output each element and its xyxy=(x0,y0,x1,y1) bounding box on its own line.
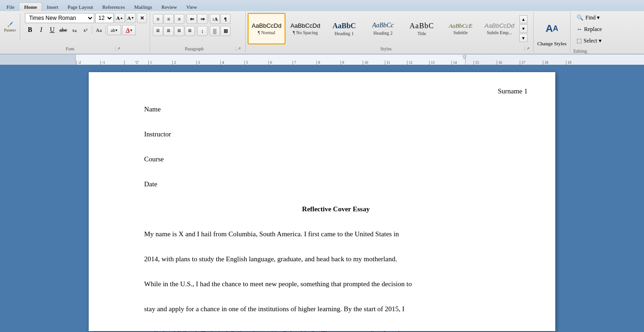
decrease-indent-button[interactable]: ⇐ xyxy=(187,14,197,24)
ruler: │-2 │-1 │ ▽ │1 │2 │3 │4 │5 │6 │7 │8 │9 │… xyxy=(0,55,644,65)
style-heading1-button[interactable]: AaBbC Heading 1 xyxy=(325,13,363,44)
select-button[interactable]: ⬚ Select ▾ xyxy=(573,36,605,46)
font-row2: B I U abc x₂ x² Aa ab ▾ A ▾ xyxy=(25,25,147,35)
replace-button[interactable]: ↔ Replace xyxy=(573,25,605,34)
font-size-select[interactable]: 12 xyxy=(95,13,114,23)
tab-file[interactable]: File xyxy=(2,3,19,11)
doc-para-blank-2 xyxy=(144,265,528,278)
borders-button[interactable]: ⊞ xyxy=(220,26,231,36)
align-right-button[interactable]: ≡ xyxy=(174,26,184,36)
numbering-button[interactable]: ≡ xyxy=(164,14,174,24)
para-row1: ≡ ≡ ≡ ⇐ ⇒ xyxy=(153,14,231,24)
styles-scroll-up-button[interactable]: ▲ xyxy=(519,15,528,24)
doc-line-blank2 xyxy=(144,141,528,153)
select-label: Select ▾ xyxy=(583,37,601,44)
tab-references[interactable]: References xyxy=(98,3,130,11)
editing-group-label: Editing xyxy=(573,48,605,54)
change-styles-button[interactable]: Change Styles xyxy=(537,41,566,46)
style-no-spacing-label: ¶ No Spacing xyxy=(293,30,318,35)
format-painter-button[interactable]: 🖌️ Painter xyxy=(0,13,20,41)
paragraph-group-dialog-btn[interactable]: ↗ xyxy=(236,46,243,51)
styles-expand-button[interactable]: ▾ xyxy=(519,34,528,42)
underlined-word: applied xyxy=(144,330,164,332)
ruler-left-margin xyxy=(0,55,75,65)
shading-button[interactable]: ▒ xyxy=(210,26,220,36)
document-page[interactable]: Surname 1 Name Instructor Course Date Re… xyxy=(89,72,555,331)
change-styles-aa-button[interactable]: AA xyxy=(542,18,562,39)
change-case-button[interactable]: Aa xyxy=(94,25,104,35)
style-title-preview: AaBbC xyxy=(410,21,434,30)
font-color-button[interactable]: A ▾ xyxy=(122,25,136,35)
doc-line-instructor: Instructor xyxy=(144,128,528,141)
line-spacing-button[interactable]: ↕ xyxy=(197,26,207,36)
shading-icon: ▒ xyxy=(213,28,217,34)
tab-page-layout[interactable]: Page Layout xyxy=(63,3,97,11)
bold-button[interactable]: B xyxy=(25,25,35,35)
font-color-icon: A xyxy=(126,27,130,34)
doc-para-blank-1 xyxy=(144,240,528,253)
ruler-scale: │-2 │-1 │ ▽ │1 │2 │3 │4 │5 │6 │7 │8 │9 │… xyxy=(75,55,644,65)
sort-button[interactable]: ↕A xyxy=(210,14,220,24)
style-heading2-preview: AaBbCc xyxy=(372,22,394,30)
increase-indent-icon: ⇒ xyxy=(200,16,205,22)
align-left-icon: ≡ xyxy=(156,27,160,35)
style-heading2-button[interactable]: AaBbCc Heading 2 xyxy=(364,13,402,44)
style-subtitle-preview: AaBbCcE xyxy=(449,22,472,30)
tab-view[interactable]: View xyxy=(182,3,201,11)
font-group-dialog-btn[interactable]: ↗ xyxy=(115,46,122,51)
pilcrow-icon: ¶ xyxy=(224,16,227,22)
ribbon-tabs: File Home Insert Page Layout References … xyxy=(0,0,644,11)
highlight-color-button[interactable]: ab ▾ xyxy=(107,25,121,35)
underline-button[interactable]: U xyxy=(47,25,57,35)
strikethrough-button[interactable]: abc xyxy=(58,25,68,35)
doc-para-line-4: stay and apply for a chance in one of th… xyxy=(144,303,528,315)
increase-indent-button[interactable]: ⇒ xyxy=(197,14,207,24)
show-hide-button[interactable]: ¶ xyxy=(220,14,231,24)
superscript-button[interactable]: x² xyxy=(80,25,91,35)
font-grow-button[interactable]: A▲ xyxy=(115,13,125,23)
style-normal-preview: AaBbCcDd xyxy=(252,22,281,30)
bullets-button[interactable]: ≡ xyxy=(153,14,163,24)
font-shrink-icon: A xyxy=(128,15,131,21)
doc-para-1 xyxy=(144,215,528,228)
aa-large-icon: A xyxy=(546,23,553,35)
style-subtle-emphasis-button[interactable]: AaBbCcDd Subtle Emp... xyxy=(480,13,518,44)
justify-button[interactable]: ≡ xyxy=(185,26,195,36)
tab-mailings[interactable]: Mailings xyxy=(129,3,157,11)
tab-home[interactable]: Home xyxy=(19,2,42,11)
style-title-button[interactable]: AaBbC Title xyxy=(403,13,441,44)
align-left-button[interactable]: ≡ xyxy=(153,26,163,36)
tab-insert[interactable]: Insert xyxy=(42,3,63,11)
find-button[interactable]: 🔍 Find ▾ xyxy=(573,13,605,23)
paragraph-group-label: Paragraph xyxy=(153,46,236,51)
header-surname: Surname 1 xyxy=(498,87,528,95)
paint-brush-icon: 🖌️ xyxy=(7,22,13,27)
align-center-button[interactable]: ≡ xyxy=(164,26,174,36)
line-spacing-icon: ↕ xyxy=(201,28,204,34)
doc-title: Reflective Cover Essay xyxy=(144,203,528,215)
borders-icon: ⊞ xyxy=(224,28,228,34)
style-normal-label: ¶ Normal xyxy=(258,30,275,35)
doc-line-blank1 xyxy=(144,116,528,128)
decrease-indent-icon: ⇐ xyxy=(190,16,194,22)
font-group: Times New Roman 12 A▲ A▼ ✕ xyxy=(22,12,150,53)
font-family-select[interactable]: Times New Roman xyxy=(25,13,94,23)
doc-line-course: Course xyxy=(144,153,528,166)
styles-scroll-down-button[interactable]: ▼ xyxy=(519,25,528,33)
clear-formatting-button[interactable]: ✕ xyxy=(137,13,147,23)
style-normal-button[interactable]: AaBbCcDd ¶ Normal xyxy=(248,13,286,44)
italic-button[interactable]: I xyxy=(36,25,46,35)
document-area: Surname 1 Name Instructor Course Date Re… xyxy=(0,65,644,332)
doc-para-line-2: 2014, with plans to study the English la… xyxy=(144,253,528,265)
style-subtitle-button[interactable]: AaBbCcE Subtitle xyxy=(442,13,480,44)
doc-para-blank-3 xyxy=(144,290,528,303)
tab-review[interactable]: Review xyxy=(157,3,182,11)
right-margin-marker: ▽ xyxy=(462,55,466,60)
style-no-spacing-button[interactable]: AaBbCcDd ¶ No Spacing xyxy=(286,13,324,44)
styles-group-dialog-btn[interactable]: ↗ xyxy=(525,46,531,51)
font-shrink-button[interactable]: A▼ xyxy=(126,13,136,23)
subscript-button[interactable]: x₂ xyxy=(69,25,79,35)
multilevel-list-button[interactable]: ≡ xyxy=(174,14,184,24)
ribbon: File Home Insert Page Layout References … xyxy=(0,0,644,55)
multilevel-icon: ≡ xyxy=(178,16,181,22)
